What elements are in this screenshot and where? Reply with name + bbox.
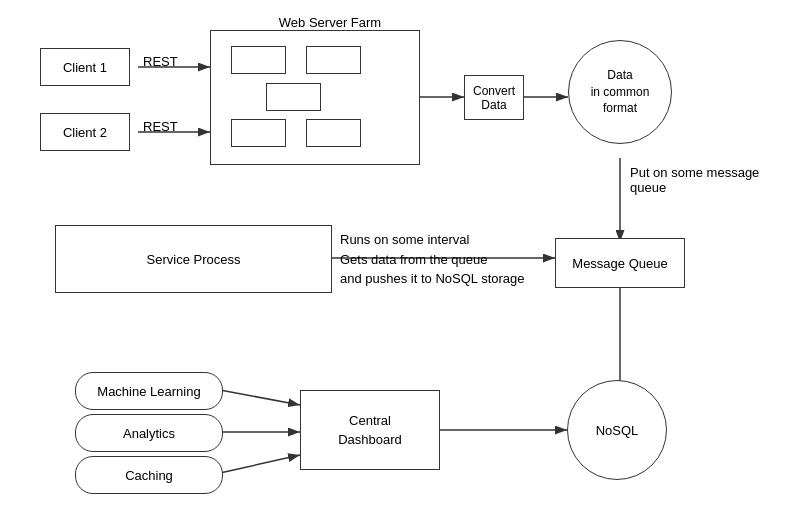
machine-learning-box: Machine Learning: [75, 372, 223, 410]
client1-label: Client 1: [63, 60, 107, 75]
svg-line-9: [220, 390, 300, 405]
web-server-farm-label: Web Server Farm: [250, 15, 410, 30]
data-common-format-circle: Datain commonformat: [568, 40, 672, 144]
message-queue-box: Message Queue: [555, 238, 685, 288]
message-queue-label: Message Queue: [572, 256, 667, 271]
service-description-label: Runs on some intervalGets data from the …: [340, 230, 550, 289]
analytics-label: Analytics: [123, 426, 175, 441]
convert-data-box: ConvertData: [464, 75, 524, 120]
svg-line-11: [220, 455, 300, 473]
service-process-label: Service Process: [147, 252, 241, 267]
service-process-box: Service Process: [55, 225, 332, 293]
nosql-circle: NoSQL: [567, 380, 667, 480]
rest1-label: REST: [143, 54, 178, 69]
client2-label: Client 2: [63, 125, 107, 140]
client2-box: Client 2: [40, 113, 130, 151]
machine-learning-label: Machine Learning: [97, 384, 200, 399]
nosql-label: NoSQL: [596, 423, 639, 438]
data-common-format-label: Datain commonformat: [591, 67, 650, 117]
caching-box: Caching: [75, 456, 223, 494]
web-server-farm-box: [210, 30, 420, 165]
caching-label: Caching: [125, 468, 173, 483]
client1-box: Client 1: [40, 48, 130, 86]
convert-data-label: ConvertData: [473, 84, 515, 112]
put-on-queue-label: Put on some message queue: [630, 165, 780, 195]
central-dashboard-label: CentralDashboard: [338, 411, 402, 450]
rest2-label: REST: [143, 119, 178, 134]
analytics-box: Analytics: [75, 414, 223, 452]
central-dashboard-box: CentralDashboard: [300, 390, 440, 470]
